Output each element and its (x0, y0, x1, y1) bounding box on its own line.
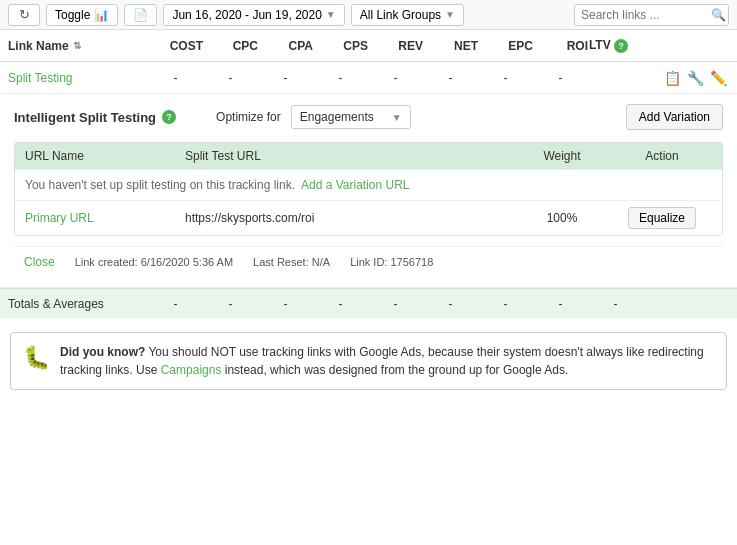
chevron-down-icon: ▼ (326, 9, 336, 20)
footer-row: Close Link created: 6/16/2020 5:36 AM La… (14, 246, 723, 277)
primary-weight: 100% (512, 211, 612, 225)
split-rev-cell: - (368, 71, 423, 85)
inner-col-action: Action (612, 149, 712, 163)
inner-table: URL Name Split Test URL Weight Action Yo… (14, 142, 723, 236)
col-cps: CPS (313, 39, 368, 53)
inner-data-row: Primary URL https://skysports.com/roi 10… (15, 200, 722, 235)
help-icon[interactable]: ? (614, 39, 628, 53)
sort-icon[interactable]: ⇅ (73, 40, 81, 51)
split-roi-cell: - (533, 71, 588, 85)
refresh-icon: ↻ (17, 8, 31, 22)
chevron-down-icon: ▼ (392, 112, 402, 123)
inner-col-split-test-url: Split Test URL (185, 149, 512, 163)
optimize-value: Engagements (300, 110, 374, 124)
split-cps-cell: - (313, 71, 368, 85)
refresh-button[interactable]: ↻ (8, 4, 40, 26)
search-input[interactable] (581, 8, 711, 22)
col-link-name: Link Name ⇅ (8, 39, 148, 53)
file-icon: 📄 (133, 8, 148, 22)
totals-cpc: - (203, 297, 258, 311)
totals-row: Totals & Averages - - - - - - - - - (0, 288, 737, 318)
dyk-title: Did you know? (60, 345, 145, 359)
inner-table-header: URL Name Split Test URL Weight Action (15, 143, 722, 169)
document-icon[interactable]: 📋 (664, 70, 681, 86)
col-net: NET (423, 39, 478, 53)
search-icon: 🔍 (711, 8, 726, 22)
split-testing-link[interactable]: Split Testing (8, 71, 148, 85)
equalize-action: Equalize (612, 207, 712, 229)
col-cpa: CPA (258, 39, 313, 53)
add-variation-button[interactable]: Add Variation (626, 104, 723, 130)
bar-chart-icon: 📊 (94, 8, 109, 22)
totals-cps: - (313, 297, 368, 311)
last-reset: Last Reset: N/A (253, 256, 330, 268)
ist-controls: Optimize for Engagements ▼ (216, 105, 411, 129)
dyk-text-part2: instead, which was designed from the gro… (225, 363, 569, 377)
toggle-button[interactable]: Toggle 📊 (46, 4, 118, 26)
primary-url-label[interactable]: Primary URL (25, 211, 185, 225)
link-created: Link created: 6/16/2020 5:36 AM (75, 256, 233, 268)
split-cost-cell: - (148, 71, 203, 85)
primary-url-value: https://skysports.com/roi (185, 211, 512, 225)
search-box: 🔍 (574, 4, 729, 26)
split-actions: 📋 🔧 ✏️ (664, 70, 729, 86)
warning-icon: 🐛 (23, 345, 50, 371)
totals-rev: - (368, 297, 423, 311)
inner-col-url-name: URL Name (25, 149, 185, 163)
dyk-content: Did you know? You should NOT use trackin… (60, 343, 714, 379)
date-range-button[interactable]: Jun 16, 2020 - Jun 19, 2020 ▼ (163, 4, 344, 26)
totals-label: Totals & Averages (8, 297, 148, 311)
equalize-button[interactable]: Equalize (628, 207, 696, 229)
date-range-label: Jun 16, 2020 - Jun 19, 2020 (172, 8, 321, 22)
col-epc: EPC (478, 39, 533, 53)
optimize-select[interactable]: Engagements ▼ (291, 105, 411, 129)
toolbar: ↻ Toggle 📊 📄 Jun 16, 2020 - Jun 19, 2020… (0, 0, 737, 30)
file-button[interactable]: 📄 (124, 4, 157, 26)
campaigns-link[interactable]: Campaigns (161, 363, 222, 377)
edit-icon[interactable]: 🔧 (687, 70, 704, 86)
link-groups-label: All Link Groups (360, 8, 441, 22)
totals-net: - (423, 297, 478, 311)
ist-panel: Intelligent Split Testing ? Optimize for… (0, 94, 737, 288)
optimize-for-label: Optimize for (216, 110, 281, 124)
close-link[interactable]: Close (24, 255, 55, 269)
totals-epc: - (478, 297, 533, 311)
notice-text: You haven't set up split testing on this… (25, 178, 295, 192)
split-epc-cell: - (478, 71, 533, 85)
totals-cost: - (148, 297, 203, 311)
link-groups-button[interactable]: All Link Groups ▼ (351, 4, 464, 26)
table-header: Link Name ⇅ COST CPC CPA CPS REV NET EPC… (0, 30, 737, 62)
did-you-know-panel: 🐛 Did you know? You should NOT use track… (10, 332, 727, 390)
col-ltv: LTV ? (588, 38, 628, 53)
totals-cpa: - (258, 297, 313, 311)
inner-col-weight: Weight (512, 149, 612, 163)
totals-roi: - (533, 297, 588, 311)
totals-ltv: - (588, 297, 643, 311)
col-cost: COST (148, 39, 203, 53)
ist-title: Intelligent Split Testing ? (14, 110, 176, 125)
add-variation-url-link[interactable]: Add a Variation URL (301, 178, 410, 192)
col-cpc: CPC (203, 39, 258, 53)
ist-header: Intelligent Split Testing ? Optimize for… (14, 104, 723, 130)
split-testing-row: Split Testing - - - - - - - - 📋 🔧 ✏️ (0, 62, 737, 94)
split-cpa-cell: - (258, 71, 313, 85)
col-roi: ROI (533, 39, 588, 53)
col-rev: REV (368, 39, 423, 53)
pencil-icon[interactable]: ✏️ (710, 70, 727, 86)
link-id: Link ID: 1756718 (350, 256, 433, 268)
split-net-cell: - (423, 71, 478, 85)
chevron-down-icon: ▼ (445, 9, 455, 20)
split-cpc-cell: - (203, 71, 258, 85)
inner-notice-row: You haven't set up split testing on this… (15, 169, 722, 200)
toggle-label: Toggle (55, 8, 90, 22)
ist-help-icon[interactable]: ? (162, 110, 176, 124)
